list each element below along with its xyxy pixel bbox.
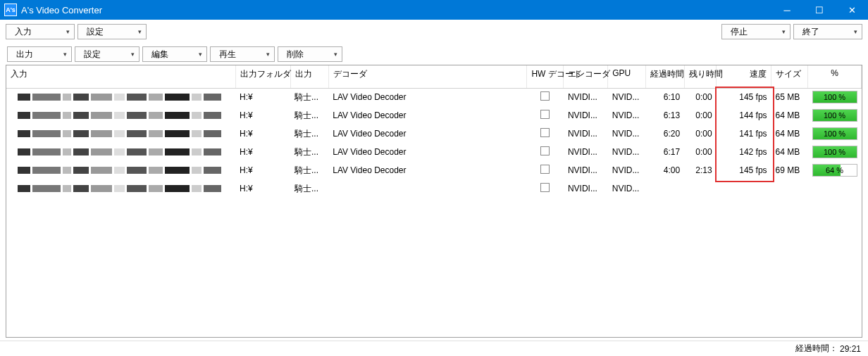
edit-dropdown[interactable]: 編集 ▾ bbox=[142, 46, 207, 62]
cell-out_folder: H:¥ bbox=[235, 106, 290, 125]
cell-elapsed: 6:13 bbox=[646, 106, 684, 125]
cell-decoder: LAV Video Decoder bbox=[328, 88, 527, 106]
hw-decode-checkbox[interactable] bbox=[540, 110, 550, 119]
hw-decode-checkbox[interactable] bbox=[540, 183, 550, 192]
job-table-container[interactable]: 入力 出力フォルダ 出力 デコーダ HW デコード エンコーダ GPU 経過時間… bbox=[6, 65, 862, 338]
cell-decoder: LAV Video Decoder bbox=[328, 125, 527, 143]
progress-bar: 100 % bbox=[812, 109, 857, 122]
col-output[interactable]: 出力 bbox=[290, 65, 328, 88]
maximize-button[interactable]: ☐ bbox=[803, 0, 836, 20]
input-dropdown[interactable]: 入力 ▾ bbox=[6, 24, 75, 39]
cell-speed: 145 fps bbox=[717, 88, 771, 106]
col-decoder[interactable]: デコーダ bbox=[328, 65, 527, 88]
col-gpu[interactable]: GPU bbox=[608, 65, 646, 88]
chevron-down-icon: ▾ bbox=[63, 51, 67, 58]
progress-bar: 100 % bbox=[812, 127, 857, 140]
play-label: 再生 bbox=[219, 49, 236, 61]
cell-speed: 141 fps bbox=[717, 125, 771, 143]
table-row[interactable]: H:¥騎士...LAV Video DecoderNVIDI...NVID...… bbox=[6, 125, 862, 143]
input-label: 入力 bbox=[15, 26, 32, 38]
redacted-filename bbox=[11, 130, 231, 137]
cell-output: 騎士... bbox=[290, 106, 328, 125]
statusbar: 経過時間： 29:21 bbox=[0, 341, 868, 356]
col-percent[interactable]: % bbox=[808, 65, 862, 88]
cell-remaining: 2:13 bbox=[684, 161, 717, 179]
col-remaining[interactable]: 残り時間 bbox=[684, 65, 717, 88]
table-header-row: 入力 出力フォルダ 出力 デコーダ HW デコード エンコーダ GPU 経過時間… bbox=[6, 65, 862, 88]
settings2-dropdown[interactable]: 設定 ▾ bbox=[75, 46, 140, 62]
job-table: 入力 出力フォルダ 出力 デコーダ HW デコード エンコーダ GPU 経過時間… bbox=[6, 65, 862, 198]
cell-gpu: NVID... bbox=[608, 106, 646, 125]
cell-encoder: NVIDI... bbox=[564, 161, 608, 179]
table-row[interactable]: H:¥騎士...LAV Video DecoderNVIDI...NVID...… bbox=[6, 106, 862, 125]
redacted-filename bbox=[11, 94, 231, 101]
progress-text: 100 % bbox=[824, 148, 845, 156]
cell-gpu: NVID... bbox=[608, 88, 646, 106]
redacted-filename bbox=[11, 185, 231, 192]
col-elapsed[interactable]: 経過時間 bbox=[646, 65, 684, 88]
col-out-folder[interactable]: 出力フォルダ bbox=[235, 65, 290, 88]
cell-speed: 144 fps bbox=[717, 106, 771, 125]
second-toolbar: 出力 ▾ 設定 ▾ 編集 ▾ 再生 ▾ 削除 ▾ bbox=[6, 42, 862, 65]
chevron-down-icon: ▾ bbox=[131, 51, 135, 58]
cell-output: 騎士... bbox=[290, 161, 328, 179]
cell-gpu: NVID... bbox=[608, 161, 646, 179]
cell-output: 騎士... bbox=[290, 179, 328, 198]
window-title: A's Video Converter bbox=[21, 5, 771, 15]
cell-out_folder: H:¥ bbox=[235, 161, 290, 179]
redacted-filename bbox=[11, 112, 231, 119]
cell-remaining: 0:00 bbox=[684, 88, 717, 106]
cell-decoder: LAV Video Decoder bbox=[328, 161, 527, 179]
status-elapsed-label: 経過時間： bbox=[795, 343, 838, 355]
cell-size: 64 MB bbox=[771, 143, 808, 161]
cell-size: 64 MB bbox=[771, 106, 808, 125]
stop-label: 停止 bbox=[731, 26, 748, 38]
cell-decoder: LAV Video Decoder bbox=[328, 106, 527, 125]
cell-gpu: NVID... bbox=[608, 125, 646, 143]
delete-dropdown[interactable]: 削除 ▾ bbox=[278, 46, 342, 62]
cell-out_folder: H:¥ bbox=[235, 88, 290, 106]
col-hw-decode[interactable]: HW デコード bbox=[527, 65, 564, 88]
cell-remaining: 0:00 bbox=[684, 143, 717, 161]
cell-size bbox=[771, 179, 808, 198]
table-row[interactable]: H:¥騎士...LAV Video DecoderNVIDI...NVID...… bbox=[6, 88, 862, 106]
col-speed[interactable]: 速度 bbox=[717, 65, 771, 88]
hw-decode-checkbox[interactable] bbox=[540, 128, 550, 137]
output-dropdown[interactable]: 出力 ▾ bbox=[7, 46, 72, 62]
window-controls: ─ ☐ ✕ bbox=[771, 0, 868, 20]
progress-text: 100 % bbox=[824, 129, 845, 138]
cell-out_folder: H:¥ bbox=[235, 143, 290, 161]
cell-output: 騎士... bbox=[290, 125, 328, 143]
progress-bar: 100 % bbox=[812, 146, 857, 158]
chevron-down-icon: ▾ bbox=[334, 51, 337, 58]
stop-dropdown[interactable]: 停止 ▾ bbox=[721, 24, 790, 39]
table-row[interactable]: H:¥騎士...LAV Video DecoderNVIDI...NVID...… bbox=[6, 161, 862, 179]
col-input[interactable]: 入力 bbox=[6, 65, 235, 88]
cell-speed: 145 fps bbox=[717, 161, 771, 179]
cell-out_folder: H:¥ bbox=[235, 179, 290, 198]
cell-output: 騎士... bbox=[290, 88, 328, 106]
settings2-label: 設定 bbox=[84, 49, 101, 61]
play-dropdown[interactable]: 再生 ▾ bbox=[210, 46, 275, 62]
exit-dropdown[interactable]: 終了 ▾ bbox=[793, 24, 862, 39]
settings-dropdown[interactable]: 設定 ▾ bbox=[78, 24, 147, 39]
hw-decode-checkbox[interactable] bbox=[540, 91, 550, 101]
table-row[interactable]: H:¥騎士...NVIDI...NVID... bbox=[6, 179, 862, 198]
close-button[interactable]: ✕ bbox=[836, 0, 868, 20]
col-encoder[interactable]: エンコーダ bbox=[564, 65, 608, 88]
cell-decoder: LAV Video Decoder bbox=[328, 143, 527, 161]
progress-text: 100 % bbox=[824, 111, 845, 120]
minimize-button[interactable]: ─ bbox=[771, 0, 803, 20]
hw-decode-checkbox[interactable] bbox=[540, 165, 550, 174]
hw-decode-checkbox[interactable] bbox=[540, 146, 550, 155]
col-size[interactable]: サイズ bbox=[771, 65, 808, 88]
cell-speed bbox=[717, 179, 771, 198]
chevron-down-icon: ▾ bbox=[854, 28, 857, 35]
table-row[interactable]: H:¥騎士...LAV Video DecoderNVIDI...NVID...… bbox=[6, 143, 862, 161]
cell-size: 64 MB bbox=[771, 125, 808, 143]
titlebar: A's A's Video Converter ─ ☐ ✕ bbox=[0, 0, 868, 20]
top-toolbar: 入力 ▾ 設定 ▾ 停止 ▾ 終了 ▾ bbox=[0, 20, 868, 42]
chevron-down-icon: ▾ bbox=[199, 51, 202, 58]
chevron-down-icon: ▾ bbox=[66, 28, 70, 35]
cell-elapsed: 4:00 bbox=[646, 161, 684, 179]
